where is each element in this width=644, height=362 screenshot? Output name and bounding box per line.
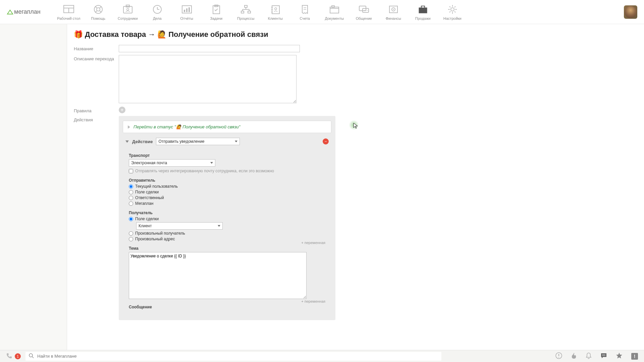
svg-line-53: [454, 11, 455, 12]
svg-rect-22: [241, 11, 244, 13]
svg-line-7: [95, 11, 97, 12]
bottom-bar: 1 !: [0, 350, 644, 362]
remove-action-button[interactable]: −: [323, 138, 329, 144]
nav-desktop[interactable]: Рабочий стол: [54, 4, 84, 20]
svg-line-57: [32, 357, 34, 358]
nav-help[interactable]: Помощь: [84, 4, 113, 20]
nav-communication[interactable]: Общение: [349, 4, 379, 20]
receipt-icon: [298, 4, 312, 15]
checklist-icon: [210, 4, 223, 15]
lifering-icon: [92, 4, 105, 15]
actions-panel: Перейти в статус "🙋 Получение обратной с…: [119, 116, 335, 320]
description-label: Описание перехода: [74, 55, 119, 61]
message-group: Сообщение + переменная: [129, 305, 325, 309]
nav-invoices[interactable]: Счета: [290, 4, 320, 20]
subject-group: Тема + переменная: [129, 246, 325, 300]
logo[interactable]: мегаплан: [7, 8, 41, 15]
phone-icon[interactable]: [6, 353, 12, 360]
svg-point-4: [97, 8, 100, 11]
star-icon[interactable]: [616, 352, 623, 360]
nav-reports[interactable]: Отчёты: [172, 4, 202, 20]
add-rule-button[interactable]: +: [119, 107, 125, 113]
person-icon: 🙋: [157, 30, 166, 39]
search-bar[interactable]: [25, 352, 441, 361]
status-icon: 🙋: [176, 124, 181, 129]
nav-label: Помощь: [91, 16, 106, 20]
gift-icon: 🎁: [74, 30, 83, 39]
subject-textarea[interactable]: [129, 252, 307, 299]
search-input[interactable]: [37, 354, 438, 359]
recipient-custom-radio[interactable]: [129, 231, 133, 236]
nav-documents[interactable]: Документы: [320, 4, 349, 20]
sender-current-user-radio[interactable]: [129, 184, 133, 189]
nav-label: Сотрудники: [118, 16, 138, 20]
sender-megaplan-radio[interactable]: [129, 201, 133, 206]
main-area: 🎁 Доставка товара → 🙋 Получение обратной…: [0, 24, 644, 350]
sender-deal-field-radio[interactable]: [129, 190, 133, 194]
recipient-field-select[interactable]: Клиент: [136, 222, 223, 230]
recipient-group: Получатель Поле сделки Клиент Произвольн…: [129, 210, 325, 241]
nav-processes[interactable]: Процессы: [231, 4, 261, 20]
recipient-address-radio[interactable]: [129, 237, 133, 241]
status-transition-box[interactable]: Перейти в статус "🙋 Получение обратной с…: [123, 121, 331, 133]
nav-clients[interactable]: Клиенты: [261, 4, 290, 20]
folder-icon: [328, 4, 341, 15]
message-add-variable[interactable]: + переменная: [301, 299, 325, 303]
integrated-mail-checkbox[interactable]: [129, 169, 133, 173]
svg-line-8: [100, 11, 101, 12]
desktop-icon: [62, 4, 75, 15]
message-title: Сообщение: [129, 305, 325, 309]
svg-point-56: [29, 354, 33, 357]
bell-icon[interactable]: [586, 352, 592, 360]
transport-group: Транспорт Электронная почта Отправлять ч…: [129, 153, 325, 173]
transport-select[interactable]: Электронная почта: [129, 159, 215, 167]
name-input[interactable]: [119, 45, 300, 52]
recipient-deal-field-radio[interactable]: [129, 217, 133, 221]
description-textarea[interactable]: [119, 55, 297, 103]
safe-icon: [387, 4, 400, 15]
recipient-field-value: Клиент: [139, 224, 152, 228]
user-avatar[interactable]: [624, 5, 637, 19]
svg-rect-16: [184, 10, 185, 12]
recipient-opt-2: Произвольный получатель: [135, 231, 185, 236]
triangle-right-icon: [128, 125, 130, 129]
nav-settings[interactable]: Настройки: [438, 4, 467, 20]
alert-icon[interactable]: !: [631, 353, 638, 360]
nav-label: Рабочий стол: [57, 16, 80, 20]
nav-label: Отчёты: [180, 16, 193, 20]
briefcase-icon: [416, 4, 430, 15]
svg-point-40: [366, 10, 366, 11]
nav-tasks[interactable]: Задачи: [202, 4, 231, 20]
chart-icon: [180, 4, 194, 15]
nav-label: Финансы: [386, 16, 401, 20]
name-label: Название: [74, 45, 119, 51]
fire-icon[interactable]: [571, 352, 577, 360]
nav-employees[interactable]: Сотрудники: [113, 4, 143, 20]
sender-responsible-radio[interactable]: [129, 196, 133, 200]
phone-badge[interactable]: 1: [15, 353, 21, 359]
nav-sales[interactable]: Продажи: [408, 4, 438, 20]
arrow-icon: →: [148, 30, 155, 39]
nav-finance[interactable]: Финансы: [379, 4, 408, 20]
gear-icon: [446, 4, 459, 15]
left-gutter: [0, 24, 67, 350]
svg-rect-21: [245, 5, 247, 7]
nav-label: Продажи: [415, 16, 431, 20]
info-icon[interactable]: [555, 352, 562, 360]
svg-rect-45: [419, 8, 427, 13]
subject-title: Тема: [129, 246, 325, 251]
sender-opt-0: Текущий пользователь: [135, 184, 178, 189]
logo-mark-icon: [7, 9, 13, 15]
rules-label: Правила: [74, 107, 119, 113]
message-icon[interactable]: [600, 353, 607, 360]
transport-select-value: Электронная почта: [131, 161, 167, 165]
action-type-select[interactable]: Отправить уведомление: [156, 138, 240, 145]
subject-add-variable[interactable]: + переменная: [301, 241, 325, 245]
svg-line-5: [95, 6, 97, 8]
triangle-down-icon[interactable]: [125, 140, 129, 143]
nav-deals[interactable]: Дела: [143, 4, 172, 20]
sender-opt-1: Поле сделки: [135, 190, 159, 194]
svg-point-11: [127, 8, 129, 10]
svg-rect-17: [186, 8, 187, 12]
top-nav: мегаплан Рабочий стол Помощь Сотрудники …: [0, 0, 644, 24]
